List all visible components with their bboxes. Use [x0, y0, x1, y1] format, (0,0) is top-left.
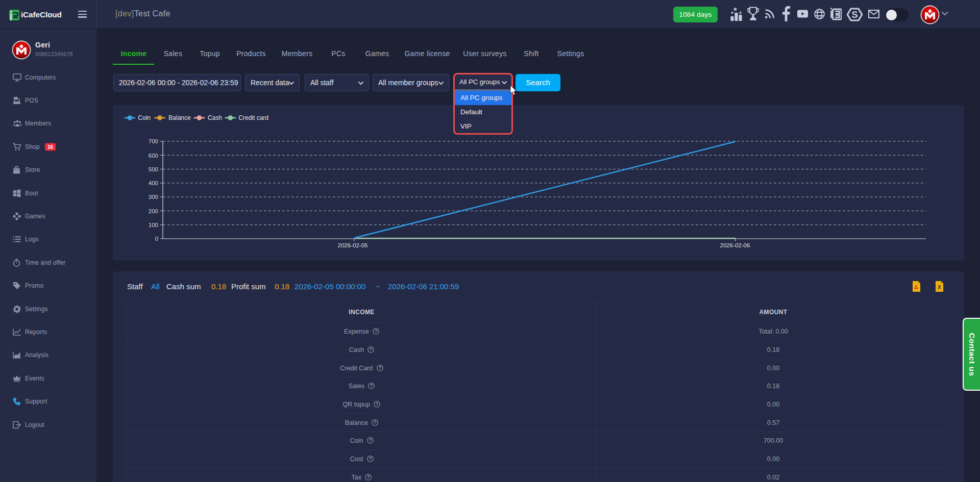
svg-text:2026-02-06: 2026-02-06: [720, 242, 750, 248]
svg-text:X: X: [938, 284, 942, 290]
svg-text:?: ?: [370, 347, 372, 352]
svg-text:300: 300: [149, 194, 158, 200]
svg-text:700: 700: [149, 138, 158, 144]
svg-text:2026-02-05: 2026-02-05: [338, 242, 368, 248]
svg-text:S: S: [851, 10, 857, 20]
svg-text:100: 100: [149, 222, 158, 228]
svg-text:?: ?: [369, 456, 371, 462]
svg-text:?: ?: [370, 384, 373, 389]
svg-text:?: ?: [379, 365, 381, 370]
svg-text:?: ?: [375, 329, 377, 334]
svg-text:Cash: Cash: [208, 114, 222, 121]
svg-text:?: ?: [374, 420, 376, 425]
svg-text:200: 200: [149, 208, 158, 214]
svg-text:400: 400: [149, 180, 158, 186]
svg-text:?: ?: [367, 474, 370, 479]
svg-text:?: ?: [369, 438, 371, 443]
svg-text:?: ?: [376, 401, 378, 407]
svg-text:0: 0: [155, 236, 158, 242]
svg-text:500: 500: [149, 166, 158, 172]
svg-text:Credit card: Credit card: [238, 114, 268, 121]
svg-text:Coin: Coin: [138, 114, 151, 121]
svg-text:600: 600: [149, 153, 158, 159]
svg-text:Balance: Balance: [168, 114, 191, 121]
